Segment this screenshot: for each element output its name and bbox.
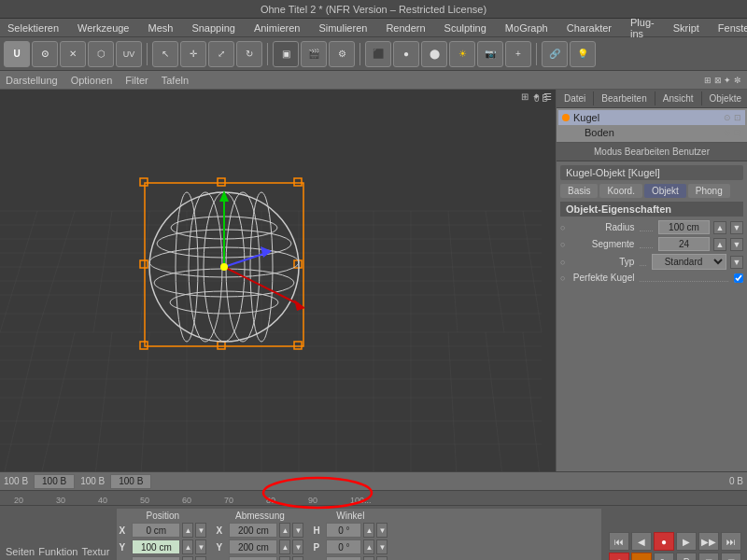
menu-mesh[interactable]: Mesh: [144, 21, 176, 35]
rpanel-tab-datei[interactable]: Datei: [557, 91, 594, 105]
abm-x-input[interactable]: [229, 523, 277, 538]
menu-snapping[interactable]: Snapping: [188, 21, 239, 35]
pos-y-down[interactable]: ▼: [195, 539, 206, 554]
prop-radio-typ[interactable]: ○: [560, 258, 565, 267]
rpanel-tab-ansicht[interactable]: Ansicht: [655, 91, 702, 105]
menu-werkzeuge[interactable]: Werkzeuge: [74, 21, 133, 35]
abm-z-input[interactable]: [229, 556, 277, 560]
prop-radio-segmente[interactable]: ○: [560, 240, 565, 249]
pos-y-up[interactable]: ▲: [182, 539, 193, 554]
abm-x-down[interactable]: ▼: [292, 523, 303, 538]
rpanel-tab-bearbeiten[interactable]: Bearbeiten: [594, 91, 655, 105]
add-camera[interactable]: 📷: [477, 41, 503, 67]
light-icon[interactable]: 💡: [570, 41, 596, 67]
tl-loop[interactable]: ↻: [654, 553, 674, 560]
viewport-icon-1[interactable]: ⊞: [521, 91, 529, 102]
prop-arrow-up-radius[interactable]: ▲: [713, 221, 726, 234]
object-vis-boden[interactable]: ⊙ ⊡: [724, 128, 741, 137]
tl-play[interactable]: ▶: [676, 532, 697, 551]
pos-x-up[interactable]: ▲: [182, 523, 193, 538]
tool-move[interactable]: ✛: [180, 41, 206, 67]
menu-mograph[interactable]: MoGraph: [501, 21, 552, 35]
prop-radio-perfekte[interactable]: ○: [560, 273, 565, 283]
menu-fenster[interactable]: Fenster: [714, 21, 747, 35]
pos-z-input[interactable]: [132, 556, 180, 560]
snap-btn[interactable]: 🔗: [542, 41, 568, 67]
object-item-boden[interactable]: Boden ⊙ ⊡: [558, 125, 745, 140]
add-more[interactable]: +: [505, 41, 531, 67]
render-to-pic[interactable]: 🎬: [301, 41, 327, 67]
render-btn[interactable]: ▣: [273, 41, 299, 67]
add-light[interactable]: ☀: [449, 41, 475, 67]
pos-z-down[interactable]: ▼: [195, 556, 206, 560]
tl-start-input[interactable]: 100 B: [34, 474, 75, 489]
win-h-up[interactable]: ▲: [363, 523, 374, 538]
tl-prev-frame[interactable]: ◀: [631, 532, 652, 551]
pos-y-input[interactable]: [132, 539, 180, 554]
abm-z-down[interactable]: ▼: [292, 556, 303, 560]
tl-rewind[interactable]: ⏮: [609, 532, 629, 551]
win-h-down[interactable]: ▼: [376, 523, 388, 538]
prop-tab-koord[interactable]: Koord.: [599, 184, 641, 198]
render-settings[interactable]: ⚙: [329, 41, 355, 67]
add-sphere[interactable]: ●: [393, 41, 419, 67]
win-h-input[interactable]: [326, 523, 361, 538]
win-p-input[interactable]: [326, 539, 361, 554]
viewport[interactable]: ⊞ ✦ ☰ 0 B: [0, 90, 556, 471]
object-vis-kugel[interactable]: ⊙ ⊡: [724, 113, 741, 122]
prop-select-typ[interactable]: Standard: [652, 254, 726, 270]
tl-textur[interactable]: Textur: [81, 546, 109, 557]
menu-sculpting[interactable]: Sculpting: [441, 21, 490, 35]
mode-uv-btn[interactable]: UV: [116, 41, 142, 67]
add-cube[interactable]: ⬛: [365, 41, 391, 67]
rpanel-tab-objekte[interactable]: Objekte: [702, 91, 747, 105]
prop-tab-phong[interactable]: Phong: [688, 184, 730, 198]
abm-y-input[interactable]: [229, 539, 277, 554]
prop-input-radius[interactable]: [658, 220, 710, 234]
tl-end[interactable]: ⏭: [721, 532, 741, 551]
mode-use-btn[interactable]: U: [4, 41, 30, 67]
add-cylinder[interactable]: ⬤: [421, 41, 447, 67]
mode-point-btn[interactable]: ⊙: [32, 41, 58, 67]
submenu-optionen[interactable]: Optionen: [71, 75, 113, 86]
prop-checkbox-perfekte[interactable]: [734, 273, 743, 283]
submenu-tafeln[interactable]: Tafeln: [162, 75, 189, 86]
tl-extra1[interactable]: ⊡: [698, 553, 719, 560]
submenu-filter[interactable]: Filter: [125, 75, 148, 86]
abm-x-up[interactable]: ▲: [279, 523, 290, 538]
menu-skript[interactable]: Skript: [669, 21, 703, 35]
abm-z-up[interactable]: ▲: [279, 556, 290, 560]
tl-motion-path[interactable]: P: [676, 553, 697, 560]
mode-polygon-btn[interactable]: ⬡: [88, 41, 114, 67]
prop-tab-basis[interactable]: Basis: [560, 184, 598, 198]
tl-next-frame[interactable]: ▶▶: [698, 532, 719, 551]
menu-rendern[interactable]: Rendern: [382, 21, 429, 35]
prop-arrow-down-segmente[interactable]: ▼: [730, 238, 743, 251]
win-b-down[interactable]: ▼: [376, 556, 388, 560]
prop-input-segmente[interactable]: [658, 237, 710, 251]
menu-simulieren[interactable]: Simulieren: [315, 21, 371, 35]
tl-keyframe-add[interactable]: ⊕: [609, 553, 629, 560]
menu-animieren[interactable]: Animieren: [250, 21, 304, 35]
pos-x-input[interactable]: [132, 523, 180, 538]
prop-arrow-typ[interactable]: ▼: [730, 256, 743, 269]
mode-edge-btn[interactable]: ✕: [60, 41, 86, 67]
prop-radio-radius[interactable]: ○: [560, 223, 565, 232]
tl-record[interactable]: ●: [654, 532, 674, 551]
tool-scale[interactable]: ⤢: [208, 41, 234, 67]
menu-plugins[interactable]: Plug-ins: [627, 15, 658, 41]
tl-extra2[interactable]: ⊟: [721, 553, 741, 560]
tl-end-input[interactable]: 100 B: [110, 474, 151, 489]
tl-funktion[interactable]: Funktion: [38, 546, 78, 557]
tool-rotate[interactable]: ↻: [236, 41, 262, 67]
win-b-input[interactable]: [326, 556, 361, 560]
menu-charakter[interactable]: Charakter: [563, 21, 615, 35]
win-b-up[interactable]: ▲: [363, 556, 374, 560]
prop-arrow-up-segmente[interactable]: ▲: [713, 238, 726, 251]
win-p-down[interactable]: ▼: [376, 539, 388, 554]
tool-select[interactable]: ↖: [152, 41, 178, 67]
menu-selektieren[interactable]: Selektieren: [4, 21, 63, 35]
abm-y-down[interactable]: ▼: [292, 539, 303, 554]
pos-x-down[interactable]: ▼: [195, 523, 206, 538]
tl-keyframe-edit[interactable]: ●: [631, 553, 652, 560]
